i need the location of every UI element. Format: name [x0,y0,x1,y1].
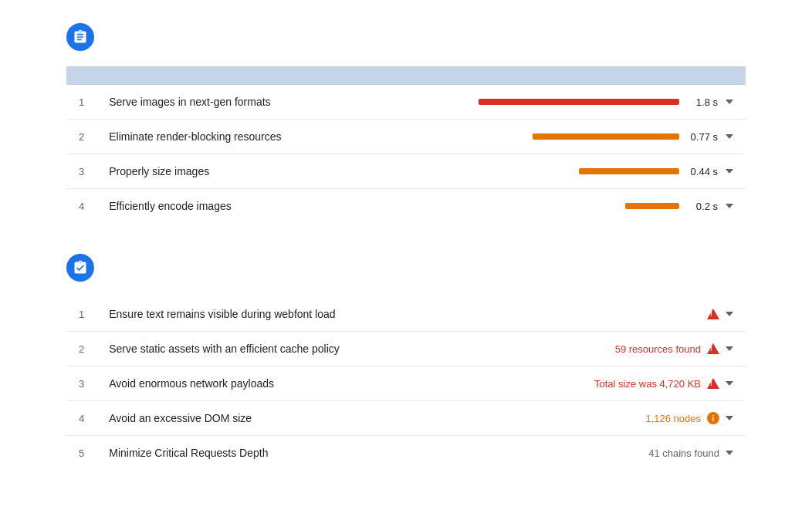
row-number: 2 [66,120,96,154]
opportunities-icon [66,23,94,51]
diagnostics-row[interactable]: 1 Ensure text remains visible during web… [66,297,746,332]
diagnostics-row[interactable]: 5 Minimize Critical Requests Depth 41 ch… [66,436,746,471]
savings-value: 0.2 s [687,201,718,212]
row-number: 4 [66,189,96,224]
col-savings-header [365,66,746,85]
savings-bar [579,168,679,174]
savings-cell: 0.44 s [365,154,746,189]
diag-status-cell: 59 resources found [492,332,746,366]
expand-chevron[interactable] [726,204,733,208]
row-number: 5 [66,436,96,471]
diagnostic-name: Minimize Critical Requests Depth [96,436,492,471]
savings-value: 0.77 s [687,131,718,143]
diagnostics-row[interactable]: 4 Avoid an excessive DOM size 1,126 node… [66,401,746,436]
opportunity-name: Serve images in next-gen formats [96,85,365,120]
opportunities-row[interactable]: 1 Serve images in next-gen formats 1.8 s [66,85,746,120]
row-number: 4 [66,401,96,436]
col-num-header [66,66,96,85]
diagnostic-name: Avoid enormous network payloads [96,366,492,401]
row-number: 1 [66,85,96,120]
savings-bar-container [533,133,679,140]
expand-chevron[interactable] [726,346,733,351]
savings-bar-container [625,203,679,209]
diag-status-cell: 1,126 nodes i [492,401,746,436]
expand-chevron[interactable] [726,169,733,174]
savings-cell: 0.77 s [365,120,746,154]
expand-chevron[interactable] [726,312,733,316]
diag-status-cell [492,297,746,332]
col-opportunity-header [96,66,365,85]
opportunity-name: Efficiently encode images [96,189,365,224]
savings-bar-container [479,99,679,105]
status-text: 1,126 nodes [645,413,701,424]
opportunities-row[interactable]: 2 Eliminate render-blocking resources 0.… [66,120,746,154]
row-number: 2 [66,332,96,366]
opportunities-table-header [66,66,746,85]
diagnostics-icon [66,254,94,282]
row-number: 3 [66,366,96,401]
status-text: 59 resources found [615,343,701,355]
row-number: 1 [66,297,96,332]
diagnostics-row[interactable]: 2 Serve static assets with an efficient … [66,332,746,366]
clipboard-icon [73,29,88,45]
expand-chevron[interactable] [726,381,733,386]
savings-value: 1.8 s [687,96,718,108]
info-icon: i [707,412,719,424]
diagnostic-name: Ensure text remains visible during webfo… [96,297,492,332]
opportunities-row[interactable]: 3 Properly size images 0.44 s [66,154,746,189]
opportunities-header [66,23,746,51]
opportunities-table: 1 Serve images in next-gen formats 1.8 s… [66,66,746,223]
opportunities-row[interactable]: 4 Efficiently encode images 0.2 s [66,189,746,224]
status-text: 41 chains found [648,447,719,459]
expand-chevron[interactable] [726,100,733,104]
row-number: 3 [66,154,96,189]
expand-chevron[interactable] [726,451,733,455]
diag-status-cell: Total size was 4,720 KB [492,366,746,401]
diagnostics-clipboard-icon [73,260,88,275]
savings-cell: 0.2 s [365,189,746,224]
savings-cell: 1.8 s [365,85,746,120]
diagnostics-row[interactable]: 3 Avoid enormous network payloads Total … [66,366,746,401]
opportunity-name: Properly size images [96,154,365,189]
savings-bar [533,133,679,140]
savings-bar-container [579,168,679,174]
expand-chevron[interactable] [726,416,733,420]
savings-value: 0.44 s [687,166,718,177]
warning-icon [707,309,719,319]
status-text: Total size was 4,720 KB [594,378,701,390]
diagnostics-table: 1 Ensure text remains visible during web… [66,297,746,470]
expand-chevron[interactable] [726,134,733,139]
diagnostics-header [66,254,746,282]
diagnostic-name: Serve static assets with an efficient ca… [96,332,492,366]
savings-bar [625,203,679,209]
warning-icon [707,378,719,389]
warning-icon [707,343,719,354]
diagnostic-name: Avoid an excessive DOM size [96,401,492,436]
diag-status-cell: 41 chains found [492,436,746,471]
opportunity-name: Eliminate render-blocking resources [96,120,365,154]
savings-bar [479,99,679,105]
